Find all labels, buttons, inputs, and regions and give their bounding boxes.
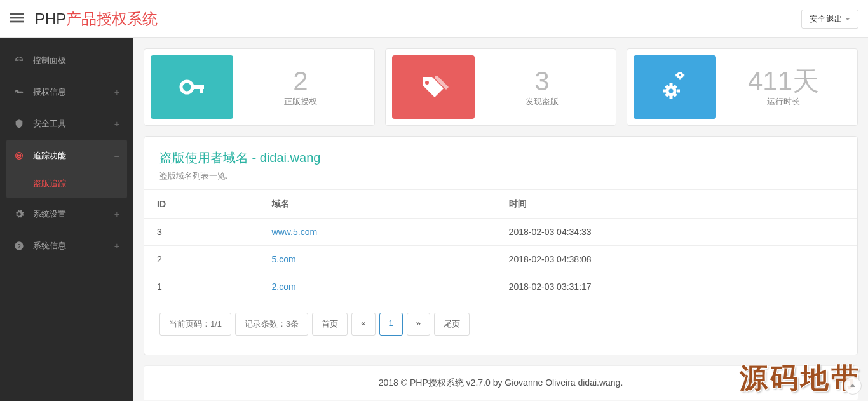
stat-value: 2 <box>233 67 368 96</box>
sidebar-item-info[interactable]: ? 系统信息 + <box>6 230 127 262</box>
stat-label: 正版授权 <box>233 96 368 107</box>
stat-card-piracy: 3 发现盗版 <box>385 48 616 126</box>
sidebar-item-label: 系统设置 <box>33 208 114 220</box>
expand-indicator: + <box>114 119 119 129</box>
shield-icon <box>14 119 25 129</box>
dashboard-icon <box>14 55 25 65</box>
page-prev[interactable]: « <box>351 313 375 336</box>
svg-rect-10 <box>200 85 203 93</box>
sidebar-item-label: 追踪功能 <box>33 150 114 161</box>
stat-value: 3 <box>475 67 609 96</box>
pagination: 当前页码：1/1 记录条数：3条 首页 « 1 » 尾页 <box>144 300 857 355</box>
stat-label: 运行时长 <box>716 96 851 107</box>
panel-title: 盗版使用者域名 - didai.wang <box>159 149 842 167</box>
table-row: 1 2.com 2018-02-03 03:31:17 <box>144 273 857 301</box>
sidebar-item-settings[interactable]: 系统设置 + <box>6 198 127 230</box>
stats-row: 2 正版授权 3 发现盗版 411天 运行时长 <box>144 48 858 126</box>
svg-rect-2 <box>10 21 24 23</box>
svg-rect-1 <box>10 17 24 19</box>
sidebar: 控制面板 授权信息 + 安全工具 + 追踪功能 – 盗版追踪 系统设置 + ? <box>0 38 133 401</box>
page-info: 当前页码：1/1 <box>159 313 231 336</box>
piracy-domains-panel: 盗版使用者域名 - didai.wang 盗版域名列表一览. ID 域名 时间 … <box>144 136 858 355</box>
sidebar-subitem-piracy-tracking[interactable]: 盗版追踪 <box>6 169 127 198</box>
svg-text:?: ? <box>17 243 20 249</box>
navbar: PHP产品授权系统 安全退出 <box>0 0 868 38</box>
cell-id: 3 <box>144 219 259 246</box>
scroll-top-button[interactable] <box>844 377 862 395</box>
sidebar-item-label: 安全工具 <box>33 118 114 130</box>
gears-icon <box>634 55 716 119</box>
chevron-down-icon <box>845 18 850 20</box>
svg-point-12 <box>678 73 682 78</box>
table-row: 2 5.com 2018-02-03 04:38:08 <box>144 246 857 273</box>
svg-point-5 <box>18 155 19 156</box>
tags-icon <box>392 55 475 119</box>
sidebar-item-dashboard[interactable]: 控制面板 <box>6 44 127 76</box>
domain-link[interactable]: 2.com <box>272 282 296 292</box>
expand-indicator: + <box>114 241 119 251</box>
expand-indicator: – <box>114 151 119 161</box>
help-icon: ? <box>14 241 25 251</box>
sidebar-item-license[interactable]: 授权信息 + <box>6 76 127 108</box>
svg-point-11 <box>667 87 675 95</box>
page-next[interactable]: » <box>407 313 430 336</box>
svg-rect-0 <box>10 13 24 15</box>
sidebar-item-tracking[interactable]: 追踪功能 – <box>6 140 127 172</box>
target-icon <box>14 151 25 161</box>
cell-id: 2 <box>144 246 259 273</box>
sidebar-subitem-label: 盗版追踪 <box>33 179 66 188</box>
gear-icon <box>14 209 25 219</box>
key-icon <box>14 87 25 97</box>
svg-point-8 <box>181 81 193 93</box>
domain-link[interactable]: 5.com <box>272 254 296 264</box>
expand-indicator: + <box>114 87 119 97</box>
cell-time: 2018-02-03 03:31:17 <box>496 273 857 301</box>
page-last[interactable]: 尾页 <box>434 313 470 336</box>
col-domain: 域名 <box>259 190 496 219</box>
brand-right: 产品授权系统 <box>66 10 158 27</box>
cell-id: 1 <box>144 273 259 301</box>
logout-button[interactable]: 安全退出 <box>801 10 858 29</box>
expand-indicator: + <box>114 209 119 219</box>
menu-toggle-icon[interactable] <box>10 11 27 27</box>
cell-time: 2018-02-03 04:38:08 <box>496 246 857 273</box>
page-number[interactable]: 1 <box>379 313 403 336</box>
brand-title: PHP产品授权系统 <box>35 9 158 29</box>
sidebar-item-label: 系统信息 <box>33 240 114 252</box>
col-time: 时间 <box>496 190 857 219</box>
page-first[interactable]: 首页 <box>312 313 348 336</box>
domains-table: ID 域名 时间 3 www.5.com 2018-02-03 04:34:33… <box>144 189 857 300</box>
table-row: 3 www.5.com 2018-02-03 04:34:33 <box>144 219 857 246</box>
sidebar-item-label: 控制面板 <box>33 55 119 66</box>
stat-label: 发现盗版 <box>475 96 609 107</box>
col-id: ID <box>144 190 259 219</box>
sidebar-item-label: 授权信息 <box>33 86 114 98</box>
brand-left: PHP <box>35 10 66 27</box>
key-icon <box>151 55 233 119</box>
cell-time: 2018-02-03 04:34:33 <box>496 219 857 246</box>
stat-card-license: 2 正版授权 <box>144 48 375 126</box>
footer: 2018 © PHP授权系统 v2.7.0 by Giovanne Olivei… <box>144 365 858 400</box>
sidebar-item-security[interactable]: 安全工具 + <box>6 108 127 140</box>
stat-value: 411天 <box>716 67 851 96</box>
logout-label: 安全退出 <box>810 13 843 25</box>
domain-link[interactable]: www.5.com <box>272 227 318 237</box>
stat-card-uptime: 411天 运行时长 <box>627 48 858 126</box>
main-content: 2 正版授权 3 发现盗版 411天 运行时长 盗版使用者域名 - di <box>133 38 868 401</box>
count-info: 记录条数：3条 <box>235 313 308 336</box>
panel-subtitle: 盗版域名列表一览. <box>159 170 842 182</box>
